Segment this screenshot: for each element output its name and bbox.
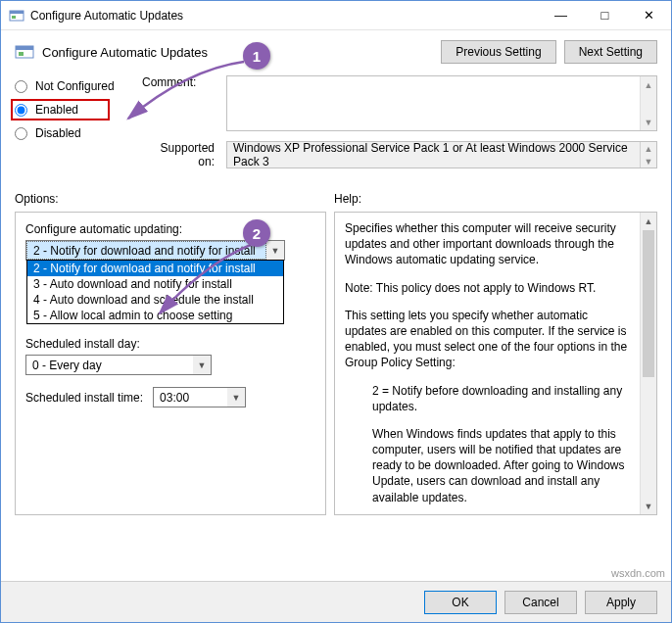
policy-icon: [15, 42, 34, 62]
maximize-button[interactable]: □: [583, 1, 627, 29]
help-panel: Specifies whether this computer will rec…: [334, 212, 657, 515]
scheduled-day-combo[interactable]: 0 - Every day ▼: [25, 355, 212, 375]
configure-updating-label: Configure automatic updating:: [25, 222, 315, 236]
help-scrollbar[interactable]: ▲ ▼: [640, 213, 656, 514]
scheduled-day-label: Scheduled install day:: [25, 337, 315, 351]
bottom-bar: OK Cancel Apply: [1, 581, 671, 622]
svg-rect-4: [16, 46, 33, 50]
window-icon: [9, 8, 24, 24]
ok-button[interactable]: OK: [424, 591, 497, 614]
annotation-badge-1: 1: [243, 42, 270, 70]
svg-rect-1: [10, 11, 24, 14]
annotation-arrow-2: [148, 243, 256, 321]
scheduled-time-combo[interactable]: 03:00 ▼: [153, 387, 246, 407]
help-label: Help:: [334, 192, 361, 206]
chevron-down-icon: ▼: [193, 360, 211, 370]
radio-enabled[interactable]: Enabled: [11, 99, 110, 120]
supported-on-label: Supported on:: [142, 141, 220, 168]
minimize-button[interactable]: —: [539, 1, 583, 29]
comment-scrollbar[interactable]: ▲ ▼: [640, 76, 656, 130]
svg-rect-5: [19, 52, 24, 56]
help-text: Specifies whether this computer will rec…: [345, 220, 650, 515]
apply-button[interactable]: Apply: [585, 591, 657, 614]
cancel-button[interactable]: Cancel: [504, 591, 577, 614]
close-button[interactable]: ✕: [627, 1, 671, 29]
annotation-arrow-1: [119, 60, 251, 128]
supported-on-field: Windows XP Professional Service Pack 1 o…: [226, 141, 657, 168]
chevron-down-icon: ▼: [266, 246, 284, 256]
page-title: Configure Automatic Updates: [42, 45, 433, 60]
previous-setting-button[interactable]: Previous Setting: [441, 40, 555, 64]
annotation-badge-2: 2: [243, 219, 270, 247]
comment-textarea[interactable]: [227, 76, 656, 127]
radio-disabled[interactable]: Disabled: [15, 126, 142, 140]
supported-scrollbar[interactable]: ▲ ▼: [640, 142, 656, 168]
next-setting-button[interactable]: Next Setting: [564, 40, 657, 64]
titlebar: Configure Automatic Updates — □ ✕: [1, 1, 671, 30]
options-label: Options:: [15, 192, 334, 206]
window-title: Configure Automatic Updates: [30, 9, 539, 23]
watermark: wsxdn.com: [611, 567, 665, 579]
svg-rect-2: [12, 16, 16, 19]
scheduled-time-label: Scheduled install time:: [25, 391, 143, 405]
chevron-down-icon: ▼: [227, 393, 245, 403]
